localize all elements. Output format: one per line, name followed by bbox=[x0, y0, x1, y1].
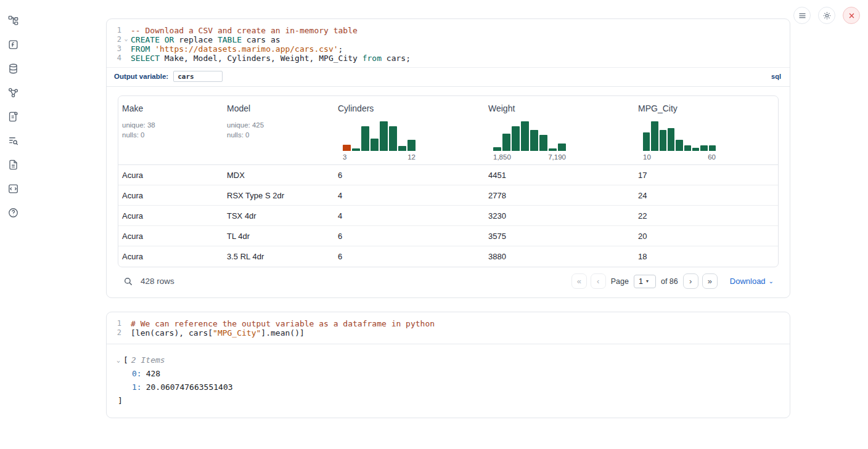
download-button[interactable]: Download ⌄ bbox=[730, 277, 774, 286]
histogram-bars bbox=[643, 120, 716, 151]
code-text[interactable]: -- Download a CSV and create an in-memor… bbox=[131, 26, 358, 35]
column-histogram[interactable]: 312 bbox=[343, 120, 416, 161]
histogram-bar[interactable] bbox=[684, 145, 691, 151]
column-histogram[interactable]: 1,8507,190 bbox=[493, 120, 566, 161]
histogram-bar[interactable] bbox=[558, 144, 566, 151]
fold-chevron-icon[interactable]: ⌄ bbox=[121, 35, 131, 44]
next-page-button[interactable]: › bbox=[683, 273, 698, 289]
close-icon[interactable] bbox=[843, 7, 860, 24]
line-number: 2 bbox=[107, 328, 121, 338]
page-select[interactable]: 1 ▾ bbox=[634, 275, 656, 288]
snippets-icon[interactable] bbox=[6, 182, 20, 195]
histogram-bar[interactable] bbox=[380, 121, 388, 151]
table-cell: Acura bbox=[118, 191, 223, 200]
column-name[interactable]: Cylinders bbox=[338, 103, 481, 113]
search-list-icon[interactable] bbox=[6, 134, 20, 147]
histogram-bar[interactable] bbox=[389, 126, 397, 151]
last-page-button[interactable]: » bbox=[702, 273, 718, 289]
table-row[interactable]: AcuraMDX6445117 bbox=[118, 165, 778, 185]
settings-gear-icon[interactable] bbox=[818, 7, 835, 24]
table-row[interactable]: AcuraTSX 4dr4323022 bbox=[118, 206, 778, 226]
data-table: Makeunique: 38nulls: 0Modelunique: 425nu… bbox=[118, 95, 779, 267]
logs-icon[interactable] bbox=[6, 110, 20, 123]
menu-icon[interactable] bbox=[793, 7, 811, 24]
code-line[interactable]: 1# We can reference the output variable … bbox=[107, 319, 790, 328]
tree-entry: 1:20.060747663551403 bbox=[107, 381, 790, 394]
table-row[interactable]: AcuraTL 4dr6357520 bbox=[118, 226, 778, 246]
code-text[interactable]: CREATE OR replace TABLE cars as bbox=[131, 35, 280, 44]
line-number: 4 bbox=[107, 54, 121, 63]
table-row[interactable]: AcuraRSX Type S 2dr4277824 bbox=[118, 185, 778, 206]
column-header[interactable]: MPG_City1060 bbox=[634, 103, 778, 161]
file-tree-icon[interactable] bbox=[6, 14, 20, 27]
sql-cell: 1-- Download a CSV and create an in-memo… bbox=[106, 18, 790, 298]
table-row[interactable]: Acura3.5 RL 4dr6388018 bbox=[118, 246, 778, 267]
histogram-bar[interactable] bbox=[700, 145, 707, 151]
code-line[interactable]: 1-- Download a CSV and create an in-memo… bbox=[107, 26, 790, 35]
histogram-bar[interactable] bbox=[530, 130, 538, 151]
histogram-bar[interactable] bbox=[407, 140, 416, 151]
column-name[interactable]: Model bbox=[227, 103, 330, 113]
sql-editor-footer: Output variable: sql bbox=[107, 67, 790, 86]
code-text[interactable]: SELECT Make, Model, Cylinders, Weight, M… bbox=[131, 54, 411, 63]
histogram-bar[interactable] bbox=[493, 147, 501, 151]
fold-gutter bbox=[121, 44, 131, 54]
column-name[interactable]: MPG_City bbox=[638, 103, 774, 113]
histogram-bar[interactable] bbox=[539, 135, 547, 151]
code-token-kw: OR bbox=[165, 35, 174, 44]
histogram-bar[interactable] bbox=[521, 121, 529, 151]
code-token-plain: Make, Model, Cylinders, Weight, MPG_City bbox=[160, 54, 362, 63]
histogram-bar[interactable] bbox=[502, 134, 510, 151]
histogram-bar[interactable] bbox=[343, 145, 351, 151]
page-select-value: 1 bbox=[639, 277, 643, 286]
code-text[interactable]: FROM 'https://datasets.marimo.app/cars.c… bbox=[131, 44, 343, 54]
histogram-bar[interactable] bbox=[643, 132, 650, 151]
search-icon[interactable] bbox=[123, 276, 134, 287]
sql-code-editor[interactable]: 1-- Download a CSV and create an in-memo… bbox=[107, 19, 790, 87]
output-variable-input[interactable] bbox=[173, 71, 223, 82]
first-page-button[interactable]: « bbox=[571, 273, 587, 289]
code-token-plain: replace bbox=[174, 35, 217, 44]
column-histogram[interactable]: 1060 bbox=[643, 120, 716, 161]
code-line[interactable]: 4SELECT Make, Model, Cylinders, Weight, … bbox=[107, 54, 790, 63]
column-header[interactable]: Weight1,8507,190 bbox=[485, 103, 634, 161]
histogram-bar[interactable] bbox=[651, 121, 658, 151]
axis-max: 12 bbox=[407, 153, 416, 161]
histogram-bar[interactable] bbox=[361, 126, 369, 151]
histogram-bar[interactable] bbox=[709, 145, 716, 151]
histogram-bar[interactable] bbox=[371, 139, 379, 151]
code-token-plain bbox=[160, 35, 165, 44]
histogram-bar[interactable] bbox=[692, 148, 699, 151]
histogram-bar[interactable] bbox=[660, 130, 666, 151]
code-line[interactable]: 3FROM 'https://datasets.marimo.app/cars.… bbox=[107, 44, 790, 54]
column-name[interactable]: Weight bbox=[488, 103, 631, 113]
sql-cell-output: Makeunique: 38nulls: 0Modelunique: 425nu… bbox=[107, 87, 790, 297]
column-header[interactable]: Modelunique: 425nulls: 0 bbox=[223, 103, 334, 161]
histogram-bar[interactable] bbox=[549, 148, 557, 151]
table-cell: 20 bbox=[634, 232, 778, 241]
code-text[interactable]: [len(cars), cars["MPG_City"].mean()] bbox=[131, 328, 305, 338]
histogram-bar[interactable] bbox=[668, 128, 674, 151]
code-line[interactable]: 2⌄CREATE OR replace TABLE cars as bbox=[107, 35, 790, 44]
bracket-close: ] bbox=[107, 394, 790, 408]
collapse-chevron-icon[interactable]: ⌄ bbox=[117, 354, 120, 367]
histogram-bar[interactable] bbox=[398, 146, 406, 151]
help-icon[interactable] bbox=[6, 206, 20, 219]
scratchpad-icon[interactable] bbox=[6, 38, 20, 51]
datasources-icon[interactable] bbox=[6, 62, 20, 75]
language-badge: sql bbox=[771, 73, 781, 80]
code-text[interactable]: # We can reference the output variable a… bbox=[131, 319, 435, 328]
column-header[interactable]: Makeunique: 38nulls: 0 bbox=[118, 103, 223, 161]
code-line[interactable]: 2[len(cars), cars["MPG_City"].mean()] bbox=[107, 328, 790, 338]
histogram-bar[interactable] bbox=[676, 140, 682, 151]
chevron-down-icon: ▾ bbox=[646, 278, 649, 284]
table-cell: MDX bbox=[223, 171, 334, 180]
prev-page-button[interactable]: ‹ bbox=[591, 273, 606, 289]
column-name[interactable]: Make bbox=[122, 103, 219, 113]
documentation-icon[interactable] bbox=[6, 158, 20, 171]
histogram-bar[interactable] bbox=[352, 148, 360, 151]
dependency-graph-icon[interactable] bbox=[6, 86, 20, 99]
histogram-bar[interactable] bbox=[512, 126, 520, 151]
python-code-editor[interactable]: 1# We can reference the output variable … bbox=[107, 312, 790, 344]
column-header[interactable]: Cylinders312 bbox=[334, 103, 485, 161]
